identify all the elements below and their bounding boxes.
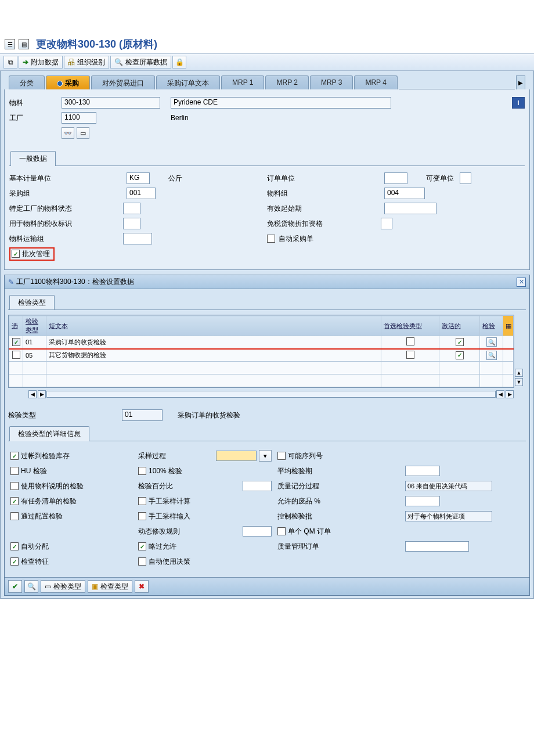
check-type-button[interactable]: ▣检查类型	[88, 580, 132, 593]
base-uom-field[interactable]: KG	[127, 172, 150, 184]
hscroll-left-button[interactable]: ◀	[28, 390, 37, 398]
single-qm-order-checkbox[interactable]	[277, 527, 286, 535]
hundred-pct-checkbox[interactable]	[138, 467, 146, 475]
row-active-checkbox[interactable]	[456, 338, 464, 346]
inspection-type-table: 选 检验类型 短文本 首选检验类型 激活的 检验 ▦	[9, 315, 514, 387]
dialog-title: 工厂1100物料300-130：检验设置数据	[16, 277, 134, 287]
task-list-checkbox[interactable]	[10, 497, 19, 505]
purch-group-field[interactable]: 001	[127, 188, 156, 199]
tax-ind-field[interactable]	[123, 218, 140, 229]
dyn-mod-rule-field[interactable]	[243, 526, 272, 537]
freight-group-field[interactable]	[123, 233, 152, 244]
batch-mgmt-label: 批次管理	[22, 249, 50, 259]
goto-button[interactable]: 🔍	[24, 580, 38, 593]
var-unit-label: 可变单位	[426, 174, 454, 183]
avg-insp-dur-field[interactable]	[405, 466, 440, 476]
insp-pct-field[interactable]	[243, 481, 272, 491]
base-uom-label: 基本计量单位	[9, 174, 85, 183]
material-group-label: 物料组	[267, 189, 342, 199]
row-detail-button[interactable]: 🔍	[486, 351, 497, 360]
row-select-checkbox[interactable]	[12, 338, 20, 346]
material-field[interactable]: 300-130	[62, 97, 160, 109]
row-detail-button[interactable]: 🔍	[486, 337, 497, 347]
cancel-button[interactable]: ✖	[135, 580, 149, 593]
col-active[interactable]: 激活的	[439, 316, 480, 336]
general-data-group-tab: 一般数据	[10, 151, 56, 166]
tab-mrp4[interactable]: MRP 4	[354, 75, 397, 89]
manual-input-checkbox[interactable]	[138, 512, 146, 520]
check-screen-button[interactable]: 🔍 检查屏幕数据	[110, 56, 171, 69]
tax-free-field[interactable]	[381, 218, 392, 229]
order-unit-field[interactable]	[384, 172, 407, 184]
plant-label: 工厂	[9, 113, 62, 123]
sampling-proc-f4-icon[interactable]: ▾	[259, 450, 272, 462]
auto-decision-checkbox[interactable]	[138, 557, 146, 566]
auto-po-checkbox[interactable]	[267, 235, 275, 243]
table-row[interactable]: 05 其它货物收据的检验 🔍	[9, 349, 514, 362]
row-pref-checkbox[interactable]	[406, 337, 414, 345]
document-icon[interactable]: ▭	[77, 127, 89, 139]
display-icon[interactable]: 👓	[62, 127, 74, 139]
row-select-checkbox[interactable]	[12, 351, 20, 359]
q-score-proc-value[interactable]: 06 来自使用决策代码	[405, 481, 492, 491]
scroll-down-button[interactable]: ▼	[515, 378, 523, 386]
extra-data-button[interactable]: ➔ 附加数据	[19, 56, 63, 69]
manual-calc-checkbox[interactable]	[138, 497, 146, 505]
dropdown-icon[interactable]: ▤	[19, 39, 29, 49]
material-desc-field[interactable]: Pyridene CDE	[171, 97, 391, 109]
use-mat-spec-checkbox[interactable]	[10, 482, 19, 490]
col-detail[interactable]: 检验	[480, 316, 503, 336]
dialog-button-bar: ✔ 🔍 ▭检验类型 ▣检查类型 ✖	[5, 577, 529, 595]
tax-free-label: 免税货物折扣资格	[267, 219, 377, 229]
app-toolbar: ⧉ ➔ 附加数据 品 组织级别 🔍 检查屏幕数据 🔒	[0, 53, 534, 71]
plant-field[interactable]: 1100	[62, 112, 96, 124]
col-type[interactable]: 检验类型	[23, 316, 46, 336]
dialog-close-button[interactable]: ✕	[517, 278, 526, 287]
org-level-button[interactable]: 品 组织级别	[64, 56, 109, 69]
tab-po-text[interactable]: 采购订单文本	[156, 75, 220, 89]
scroll-up-button[interactable]: ▲	[515, 369, 523, 377]
config-insp-checkbox[interactable]	[10, 512, 19, 520]
row-pref-checkbox[interactable]	[406, 351, 414, 359]
other-view-button[interactable]: ⧉	[3, 56, 17, 69]
tab-classification[interactable]: 分类	[9, 75, 45, 89]
material-group-field[interactable]: 004	[384, 188, 425, 199]
check-char-checkbox[interactable]	[10, 557, 19, 566]
plant-status-field[interactable]	[123, 203, 140, 214]
auto-assign-checkbox[interactable]	[10, 542, 19, 550]
inspection-type-new-button[interactable]: ▭检验类型	[41, 580, 85, 593]
tab-mrp1[interactable]: MRP 1	[221, 75, 264, 89]
col-config[interactable]: ▦	[503, 316, 514, 336]
post-insp-stock-checkbox[interactable]	[10, 452, 19, 460]
tab-scroll-right[interactable]: ▶	[516, 75, 525, 89]
tab-mrp2[interactable]: MRP 2	[265, 75, 308, 89]
col-select[interactable]: 选	[9, 316, 23, 336]
control-lot-value[interactable]: 对于每个物料凭证项	[405, 511, 492, 521]
hscroll-track[interactable]	[46, 391, 496, 398]
hscroll-right-button[interactable]: ▶	[38, 390, 46, 398]
plant-desc: Berlin	[171, 114, 189, 122]
info-button[interactable]: i	[512, 97, 525, 109]
skip-allowed-checkbox[interactable]	[138, 542, 146, 550]
row-active-checkbox[interactable]	[456, 351, 464, 359]
lock-button[interactable]: 🔒	[172, 56, 186, 69]
continue-button[interactable]: ✔	[8, 580, 22, 593]
tab-purchasing[interactable]: 采购	[46, 75, 90, 89]
hscroll-right2-button[interactable]: ▶	[506, 390, 514, 398]
order-unit-label: 订单单位	[267, 174, 342, 183]
qm-order-field[interactable]	[405, 541, 469, 552]
tab-mrp3[interactable]: MRP 3	[310, 75, 353, 89]
batch-mgmt-checkbox[interactable]	[12, 250, 20, 258]
sampling-proc-field[interactable]	[216, 451, 257, 461]
allowed-scrap-field[interactable]	[405, 496, 440, 506]
tab-foreign-trade[interactable]: 对外贸易进口	[91, 75, 155, 89]
var-unit-field[interactable]	[460, 172, 471, 184]
hu-insp-checkbox[interactable]	[10, 467, 19, 475]
hscroll-left2-button[interactable]: ◀	[496, 390, 504, 398]
col-short[interactable]: 短文本	[46, 316, 381, 336]
menu-icon[interactable]: ☰	[5, 39, 15, 49]
col-pref[interactable]: 首选检验类型	[381, 316, 439, 336]
valid-from-field[interactable]	[384, 203, 436, 214]
possible-serial-checkbox[interactable]	[277, 452, 286, 460]
table-row[interactable]: 01 采购订单的收货检验 🔍	[9, 336, 514, 349]
